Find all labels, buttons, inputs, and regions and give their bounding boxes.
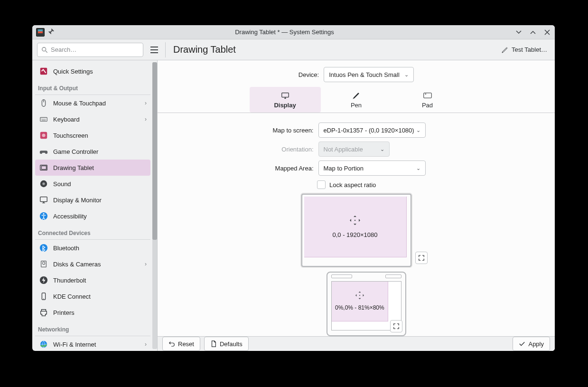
sidebar-item-quick-settings[interactable]: Quick Settings: [35, 63, 150, 79]
printer-icon: [39, 308, 48, 317]
scrollbar-thumb[interactable]: [152, 62, 157, 240]
sidebar-group-title: Networking: [35, 321, 150, 335]
disk-icon: [39, 259, 48, 269]
sidebar-scrollbar[interactable]: [152, 60, 157, 351]
tablet-portion-label: 0%,0% - 81%×80%: [335, 304, 384, 311]
device-row: Device: Intuos Pen & Touch Small ⌄: [299, 67, 414, 82]
sidebar-item-label: Accessibility: [53, 213, 87, 220]
sidebar-item-disks-cameras[interactable]: Disks & Cameras ›: [35, 256, 150, 272]
device-label: Device:: [299, 71, 319, 78]
mapped-area-value: Map to Portion: [324, 165, 364, 172]
tab-pen[interactable]: Pen: [321, 87, 392, 113]
window-buttons: [515, 28, 551, 36]
sidebar-item-kde-connect[interactable]: KDE Connect: [35, 288, 150, 304]
sidebar-item-keyboard[interactable]: Keyboard ›: [35, 111, 150, 127]
sidebar-item-touchscreen[interactable]: Touchscreen: [35, 127, 150, 143]
toolbar: Search… Drawing Tablet Test Tablet…: [32, 39, 555, 60]
map-screen-combo[interactable]: eDP-1-0x1357 - (0,0 1920×1080) ⌄: [318, 123, 426, 138]
orientation-row: Orientation: Not Applicable ⌄: [219, 142, 494, 157]
pad-icon: [423, 91, 432, 100]
orientation-combo: Not Applicable ⌄: [318, 142, 390, 157]
footer: Reset Defaults Apply: [158, 336, 555, 351]
search-placeholder: Search…: [51, 46, 76, 53]
chevron-down-icon: ⌄: [416, 165, 420, 171]
sidebar-item-label: Drawing Tablet: [53, 164, 94, 171]
minimize-button[interactable]: [515, 28, 523, 36]
tablet-button-strip-left: [331, 274, 352, 278]
sidebar-item-sound[interactable]: Sound: [35, 176, 150, 192]
screen-portion-label: 0,0 - 1920×1080: [332, 231, 377, 238]
svg-rect-1: [40, 68, 47, 75]
close-button[interactable]: [543, 28, 551, 36]
orientation-label: Orientation:: [219, 146, 314, 153]
svg-point-10: [42, 182, 45, 185]
device-combo[interactable]: Intuos Pen & Touch Small ⌄: [324, 67, 414, 82]
sidebar-item-drawing-tablet[interactable]: Drawing Tablet: [35, 160, 150, 176]
svg-rect-23: [425, 94, 426, 94]
touchscreen-icon: [39, 131, 48, 140]
apply-button[interactable]: Apply: [513, 337, 550, 351]
tablet-button-strip-right: [385, 274, 401, 278]
maximize-button[interactable]: [529, 28, 537, 36]
sidebar-item-mouse-touchpad[interactable]: Mouse & Touchpad ›: [35, 95, 150, 111]
tab-label: Pen: [351, 102, 362, 109]
screen-fit-button[interactable]: [415, 252, 428, 264]
lock-aspect-row: Lock aspect ratio: [317, 180, 497, 189]
tablet-fit-button[interactable]: [390, 320, 402, 332]
sidebar-item-wifi[interactable]: Wi-Fi & Internet ›: [35, 336, 150, 351]
sidebar-item-printers[interactable]: Printers: [35, 304, 150, 321]
sidebar-item-label: Quick Settings: [53, 68, 93, 75]
sidebar-item-display-monitor[interactable]: Display & Monitor: [35, 192, 150, 208]
chevron-down-icon: ⌄: [380, 146, 384, 152]
test-tablet-button[interactable]: Test Tablet…: [498, 44, 550, 56]
menu-button[interactable]: [148, 44, 160, 56]
tab-display[interactable]: Display: [250, 87, 321, 113]
sidebar-item-label: Printers: [53, 309, 75, 316]
mapped-area-row: Mapped Area: Map to Portion ⌄: [219, 160, 494, 176]
sidebar-item-label: Thunderbolt: [53, 277, 86, 284]
svg-point-13: [43, 213, 44, 215]
window: Drawing Tablet * — System Settings Searc…: [32, 25, 555, 351]
sidebar-item-game-controller[interactable]: Game Controller: [35, 143, 150, 160]
search-input[interactable]: Search…: [37, 43, 143, 57]
sidebar-item-label: Touchscreen: [53, 132, 88, 139]
mapped-area-combo[interactable]: Map to Portion ⌄: [318, 160, 426, 176]
screen-portion[interactable]: 0,0 - 1920×1080: [304, 197, 407, 257]
titlebar[interactable]: Drawing Tablet * — System Settings: [32, 25, 555, 39]
svg-rect-8: [42, 166, 47, 169]
display-icon: [281, 91, 289, 100]
defaults-button[interactable]: Defaults: [204, 337, 249, 351]
svg-rect-4: [40, 117, 47, 121]
sidebar-item-label: Game Controller: [53, 148, 98, 155]
monitor-icon: [39, 195, 48, 205]
body: Quick Settings Input & Output Mouse & To…: [32, 60, 555, 351]
chevron-down-icon: ⌄: [416, 127, 420, 133]
speaker-icon: [39, 179, 48, 189]
gamepad-icon: [39, 147, 48, 156]
reset-button[interactable]: Reset: [162, 337, 200, 351]
sidebar-item-label: Mouse & Touchpad: [53, 100, 106, 107]
tablet-icon: [39, 163, 48, 172]
tab-pad[interactable]: Pad: [392, 87, 463, 113]
svg-point-25: [359, 295, 360, 296]
pin-icon[interactable]: [48, 28, 54, 36]
phone-icon: [39, 292, 48, 301]
screen-box[interactable]: 0,0 - 1920×1080: [301, 194, 411, 267]
globe-icon: [39, 340, 48, 349]
lock-aspect-checkbox[interactable]: [317, 180, 326, 189]
window-title: Drawing Tablet * — System Settings: [54, 28, 515, 36]
sidebar-item-accessibility[interactable]: Accessibility: [35, 208, 150, 224]
tablet-portion[interactable]: 0%,0% - 81%×80%: [332, 282, 389, 321]
svg-rect-21: [281, 93, 288, 97]
sidebar-item-bluetooth[interactable]: Bluetooth: [35, 240, 150, 256]
svg-point-24: [355, 220, 355, 221]
sidebar-item-label: Wi-Fi & Internet: [53, 341, 96, 348]
check-icon: [519, 340, 525, 347]
chevron-down-icon: ⌄: [404, 72, 409, 78]
undo-icon: [168, 340, 175, 347]
sidebar[interactable]: Quick Settings Input & Output Mouse & To…: [32, 60, 152, 351]
page-title: Drawing Tablet: [173, 44, 494, 55]
chevron-right-icon: ›: [145, 100, 147, 106]
sidebar-item-thunderbolt[interactable]: Thunderbolt: [35, 272, 150, 288]
tablet-box[interactable]: 0%,0% - 81%×80%: [327, 272, 406, 336]
